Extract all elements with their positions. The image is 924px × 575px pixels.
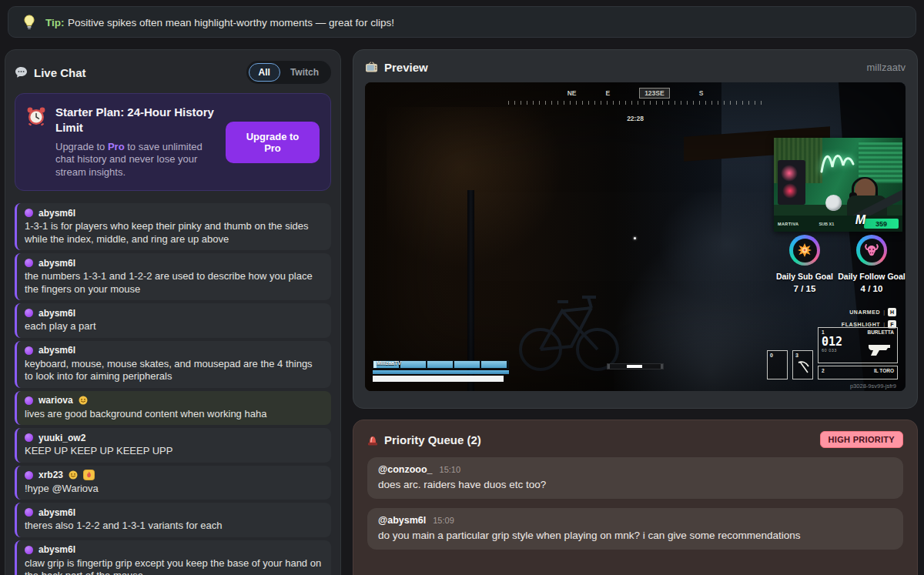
banner-text-block: Starter Plan: 24-Hour History Limit Upgr… bbox=[55, 105, 216, 179]
chat-message-text: claw grip is fingertip grip except you k… bbox=[25, 557, 323, 575]
chat-message-text: keyboard, mouse, mouse skates, and mouse… bbox=[25, 358, 323, 383]
webcam-sub-label: SUB X1 bbox=[819, 222, 834, 226]
preview-panel: Preview millzaatv NE E 123SE S bbox=[353, 49, 918, 409]
build-id: p3028-9sv99-jsfr9 bbox=[850, 383, 896, 389]
daily-follow-goal: Daily Follow Goal 4 / 10 bbox=[841, 235, 902, 293]
chat-message: xrb23 !hype @Wariova bbox=[15, 466, 331, 500]
webcam-pc-tower bbox=[778, 160, 805, 205]
chat-username: wariova bbox=[38, 395, 73, 406]
hint-separator: | bbox=[883, 309, 885, 315]
priority-queue-title: Priority Queue (2) bbox=[384, 433, 481, 446]
primary-weapon-slot: 1 BURLETTA 012 60 033 bbox=[818, 327, 898, 363]
avatar bbox=[25, 546, 33, 554]
chat-username: abysm6l bbox=[38, 258, 75, 269]
channel-name: millzaatv bbox=[866, 62, 906, 73]
siren-icon bbox=[367, 434, 378, 446]
sub-goal-label: Daily Sub Goal bbox=[776, 272, 833, 281]
tip-label: Tip: bbox=[45, 17, 65, 28]
chat-username: abysm6l bbox=[38, 208, 75, 219]
pickaxe-icon bbox=[796, 359, 810, 375]
key-h: H bbox=[888, 308, 896, 316]
tip-bar: Tip: Positive spikes often mean highligh… bbox=[8, 6, 916, 38]
avatar bbox=[25, 508, 33, 516]
crosshair-dot bbox=[634, 237, 636, 239]
chat-message-list[interactable]: abysm6l 1-3-1 is for players who keep th… bbox=[15, 203, 331, 575]
upgrade-banner: Starter Plan: 24-Hour History Limit Upgr… bbox=[15, 93, 331, 191]
m-logo: M bbox=[855, 213, 865, 227]
chat-username: abysm6l bbox=[38, 308, 75, 319]
chat-username: abysm6l bbox=[38, 345, 75, 356]
queue-message-text: does arc. raiders have duos etc too? bbox=[378, 479, 892, 490]
pistol-icon bbox=[868, 343, 892, 356]
weapon-column: 1 BURLETTA 012 60 033 2 IL TORO bbox=[818, 327, 898, 379]
chat-username: xrb23 bbox=[38, 470, 63, 480]
banner-body-prefix: Upgrade to bbox=[55, 141, 108, 152]
key-hints: UNARMED | H FLASHLIGHT | F bbox=[842, 308, 896, 329]
chat-username: yuuki_ow2 bbox=[38, 433, 85, 443]
queue-item: @conzooo_ 15:10 does arc. raiders have d… bbox=[367, 457, 903, 499]
live-chat-header: Live Chat All Twitch bbox=[15, 61, 331, 84]
tip-text: Positive spikes often mean highlight-wor… bbox=[68, 17, 394, 28]
chat-message-text: 1-3-1 is for players who keep their pink… bbox=[25, 220, 323, 246]
compass-nw: NE bbox=[567, 89, 577, 97]
high-priority-badge: HIGH PRIORITY bbox=[820, 431, 903, 448]
chat-username: abysm6l bbox=[38, 507, 75, 518]
tv-icon bbox=[365, 62, 378, 73]
chat-message: abysm6l claw grip is fingertip grip exce… bbox=[15, 540, 331, 575]
gadget-slot-0: 0 bbox=[767, 350, 788, 379]
smiley-badge-icon bbox=[69, 470, 78, 480]
stamina-fill bbox=[627, 365, 641, 368]
shield-bar-secondary bbox=[373, 370, 509, 374]
compass-ticks bbox=[508, 101, 762, 105]
banner-body: Upgrade to Pro to save unlimited chat hi… bbox=[55, 141, 216, 180]
queue-item: @abysm6l 15:09 do you main a particular … bbox=[367, 508, 903, 550]
queue-username: @conzooo_ bbox=[378, 464, 433, 475]
follow-goal-value: 4 / 10 bbox=[861, 284, 883, 293]
avatar bbox=[25, 433, 33, 442]
chat-message-text: each play a part bbox=[25, 320, 323, 333]
preview-header: Preview millzaatv bbox=[365, 61, 906, 74]
daily-sub-goal: Daily Sub Goal 7 / 15 bbox=[774, 235, 835, 293]
queue-timestamp: 15:10 bbox=[440, 465, 461, 474]
chat-message-text: KEEP UP KEEP UP KEEEP UPP bbox=[25, 445, 323, 458]
filter-all-button[interactable]: All bbox=[249, 63, 280, 82]
chat-message: abysm6l 1-3-1 is for players who keep th… bbox=[15, 203, 331, 250]
stream-preview-video[interactable]: NE E 123SE S 22:28 bbox=[365, 82, 906, 391]
avatar bbox=[25, 309, 33, 317]
banner-title: Starter Plan: 24-Hour History Limit bbox=[55, 105, 216, 136]
preview-title: Preview bbox=[384, 61, 428, 74]
secondary-weapon-slot: 2 IL TORO bbox=[818, 366, 898, 379]
follow-goal-label: Daily Follow Goal bbox=[838, 272, 906, 281]
upgrade-to-pro-button[interactable]: Upgrade to Pro bbox=[226, 122, 320, 163]
alarm-clock-icon bbox=[26, 106, 46, 128]
chat-message-text: the numbers 1-3-1 and 1-2-2 are used to … bbox=[25, 270, 323, 296]
lightbulb-icon bbox=[24, 15, 35, 30]
secondary-weapon-name: IL TORO bbox=[874, 368, 894, 373]
player-status-bars: MillzaaTV bbox=[373, 360, 509, 382]
chat-bubble-icon bbox=[15, 66, 28, 79]
microphone-icon bbox=[825, 195, 842, 211]
filter-twitch-button[interactable]: Twitch bbox=[280, 63, 329, 82]
webcam-overlay: MARTIVA SUB X1 M 359 bbox=[774, 138, 902, 232]
chat-message-text: !hype @Wariova bbox=[25, 483, 323, 496]
queue-timestamp: 15:09 bbox=[433, 516, 454, 525]
priority-queue-header: Priority Queue (2) HIGH PRIORITY bbox=[367, 431, 903, 448]
chat-message: abysm6l each play a part bbox=[15, 303, 331, 338]
priority-queue-panel: Priority Queue (2) HIGH PRIORITY @conzoo… bbox=[353, 420, 918, 575]
avatar bbox=[25, 471, 33, 480]
smiley-badge-icon bbox=[79, 396, 88, 405]
follow-goal-icon bbox=[864, 242, 879, 258]
gadget-slot-3: 3 bbox=[792, 350, 813, 379]
webcam-info-bar: MARTIVA SUB X1 M 359 bbox=[774, 216, 902, 232]
chat-message: abysm6l theres also 1-2-2 and 1-3-1 vari… bbox=[15, 503, 331, 537]
sub-goal-icon bbox=[797, 242, 812, 258]
avatar bbox=[25, 346, 33, 355]
hint-separator: | bbox=[883, 322, 885, 327]
slot-number: 3 bbox=[795, 353, 798, 358]
compass-bearing: 123SE bbox=[639, 88, 670, 99]
player-name: MillzaaTV bbox=[377, 360, 401, 366]
health-bar bbox=[373, 376, 504, 382]
avatar bbox=[25, 259, 33, 267]
slot-number: 0 bbox=[770, 353, 773, 358]
queue-username: @abysm6l bbox=[378, 515, 426, 526]
